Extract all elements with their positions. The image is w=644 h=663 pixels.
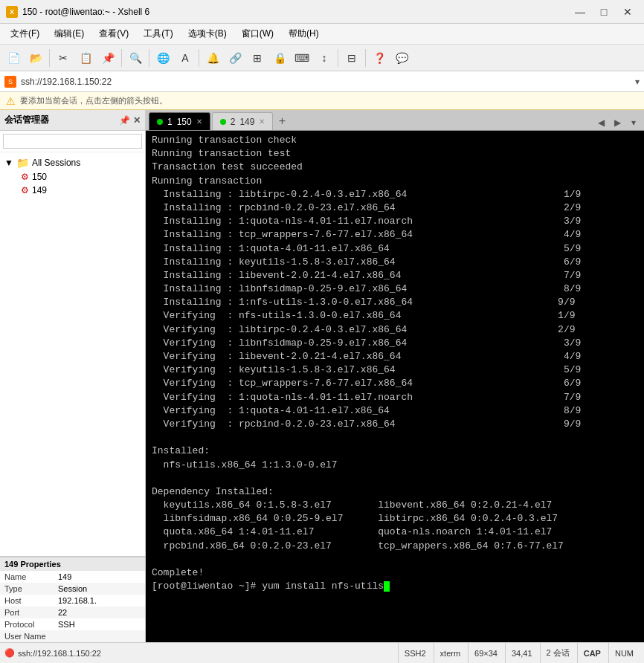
menubar: 文件(F) 编辑(E) 查看(V) 工具(T) 选项卡(B) 窗口(W) 帮助(… [0, 24, 644, 45]
transfer-button[interactable]: ↕ [314, 48, 335, 68]
font-button[interactable]: A [175, 48, 196, 68]
terminal-output[interactable]: Running transaction check Running transa… [146, 131, 644, 642]
tab-name-149: 149 [239, 117, 254, 127]
tab-add-button[interactable]: + [273, 112, 291, 130]
cut-button[interactable]: ✂ [53, 48, 74, 68]
prop-row-type: Type Session [0, 583, 145, 595]
menu-file[interactable]: 文件(F) [3, 25, 47, 43]
toolbar: 📄 📂 ✂ 📋 📌 🔍 🌐 A 🔔 🔗 ⊞ 🔒 ⌨ ↕ ⊟ ❓ 💬 [0, 45, 644, 71]
folder-icon: 📁 [16, 157, 29, 169]
menu-tools[interactable]: 工具(T) [136, 25, 180, 43]
tab-150[interactable]: 1 150 ✕ [149, 112, 210, 130]
pin-icon[interactable]: 📌 [119, 115, 130, 126]
expand-icon: ▼ [4, 158, 13, 168]
addr-session-icon: S [4, 76, 16, 88]
sidebar-title: 会话管理器 [4, 114, 116, 126]
help-button[interactable]: ❓ [369, 48, 390, 68]
prop-label-host: Host [0, 595, 54, 607]
properties-title: 149 Properties [0, 557, 145, 571]
tabbar: 1 150 ✕ 2 149 ✕ + ◀ ▶ ▾ [146, 110, 644, 131]
alert-button[interactable]: 🔔 [202, 48, 223, 68]
infobar: ⚠ 要添加当前会话，点击左侧的箭头按钮。 [0, 92, 644, 110]
menu-window[interactable]: 窗口(W) [234, 25, 281, 43]
menu-view[interactable]: 查看(V) [91, 25, 136, 43]
menu-edit[interactable]: 编辑(E) [47, 25, 91, 43]
sidebar-header: 会话管理器 📌 ✕ [0, 110, 145, 131]
toolbar-separator-6 [365, 49, 366, 67]
open-button[interactable]: 📂 [25, 48, 46, 68]
status-caps-lock: CAP [577, 643, 607, 664]
session-150-label: 150 [32, 172, 47, 182]
tab-149[interactable]: 2 149 ✕ [212, 112, 274, 130]
copy-button[interactable]: 📋 [75, 48, 96, 68]
new-session-button[interactable]: 📄 [3, 48, 24, 68]
main-area: 会话管理器 📌 ✕ ▼ 📁 All Sessions ⚙ 150 ⚙ 149 1 [0, 110, 644, 642]
keyboard-button[interactable]: ⌨ [292, 48, 312, 68]
tab-close-150[interactable]: ✕ [196, 117, 202, 126]
status-sessions: 2 会话 [540, 643, 576, 664]
all-sessions-node[interactable]: ▼ 📁 All Sessions [3, 155, 142, 170]
prop-label-port: Port [0, 607, 54, 618]
chat-button[interactable]: 💬 [391, 48, 412, 68]
prop-label-username: User Name [0, 630, 54, 642]
tab-dot-150 [157, 119, 163, 125]
tab-next-button[interactable]: ▶ [610, 115, 625, 130]
tab-dot-149 [220, 119, 226, 125]
status-protocol: SSH2 [398, 643, 432, 664]
session-icon-149: ⚙ [21, 185, 29, 195]
session-149-label: 149 [32, 185, 47, 195]
prop-row-name: Name 149 [0, 571, 145, 583]
sidebar-search-area [0, 131, 145, 152]
sidebar-tree: ▼ 📁 All Sessions ⚙ 150 ⚙ 149 [0, 152, 145, 556]
status-num-lock: NUM [608, 643, 640, 664]
paste-button[interactable]: 📌 [97, 48, 118, 68]
minimize-button[interactable]: — [570, 4, 590, 19]
link-button[interactable]: 🔗 [225, 48, 245, 68]
statusbar-connection-text: ssh://192.168.1.150:22 [18, 649, 101, 658]
addressbar: S ssh://192.168.1.150:22 ▾ [0, 71, 644, 92]
toolbar-separator-4 [199, 49, 199, 67]
sidebar-search-input[interactable] [3, 134, 142, 149]
all-sessions-label: All Sessions [32, 158, 80, 168]
terminal-area: 1 150 ✕ 2 149 ✕ + ◀ ▶ ▾ Running transact… [146, 110, 644, 642]
window-controls: — □ ✕ [570, 4, 638, 19]
sidebar-close-icon[interactable]: ✕ [133, 115, 141, 126]
prop-row-protocol: Protocol SSH [0, 618, 145, 630]
layout-button[interactable]: ⊟ [341, 48, 362, 68]
app-icon: X [6, 6, 18, 18]
prop-value-type: Session [54, 583, 145, 595]
toolbar-separator-2 [121, 49, 122, 67]
tab-menu-button[interactable]: ▾ [626, 115, 641, 130]
toolbar-separator-3 [149, 49, 149, 67]
sidebar: 会话管理器 📌 ✕ ▼ 📁 All Sessions ⚙ 150 ⚙ 149 1 [0, 110, 146, 642]
close-button[interactable]: ✕ [617, 4, 638, 19]
session-150-item[interactable]: ⚙ 150 [3, 170, 142, 184]
search-button[interactable]: 🔍 [125, 48, 146, 68]
tab-number-150: 1 [167, 117, 173, 127]
prop-value-username [54, 630, 145, 642]
tab-prev-button[interactable]: ◀ [593, 115, 608, 130]
statusbar-left: 🔴 ssh://192.168.1.150:22 [4, 648, 398, 658]
resize-button[interactable]: ⊞ [247, 48, 268, 68]
tab-name-150: 150 [177, 117, 192, 127]
prop-value-host: 192.168.1. [54, 595, 145, 607]
prop-row-host: Host 192.168.1. [0, 595, 145, 607]
toolbar-separator-1 [49, 49, 50, 67]
status-session-icon: 🔴 [4, 648, 15, 658]
session-149-item[interactable]: ⚙ 149 [3, 184, 142, 197]
prop-value-port: 22 [54, 607, 145, 618]
menu-tabs[interactable]: 选项卡(B) [181, 25, 234, 43]
terminal-cursor [384, 581, 390, 592]
lock-button[interactable]: 🔒 [269, 48, 290, 68]
statusbar-right: SSH2 xterm 69×34 34,41 2 会话 CAP NUM [398, 643, 640, 664]
session-icon-150: ⚙ [21, 172, 29, 182]
statusbar: 🔴 ssh://192.168.1.150:22 SSH2 xterm 69×3… [0, 642, 644, 663]
status-dimensions: 69×34 [468, 643, 503, 664]
tab-number-149: 2 [231, 117, 236, 127]
address-dropdown-icon[interactable]: ▾ [635, 77, 640, 87]
prop-row-username: User Name [0, 630, 145, 642]
connect-button[interactable]: 🌐 [152, 48, 173, 68]
tab-close-149[interactable]: ✕ [259, 117, 265, 126]
menu-help[interactable]: 帮助(H) [281, 25, 326, 43]
maximize-button[interactable]: □ [593, 4, 614, 19]
